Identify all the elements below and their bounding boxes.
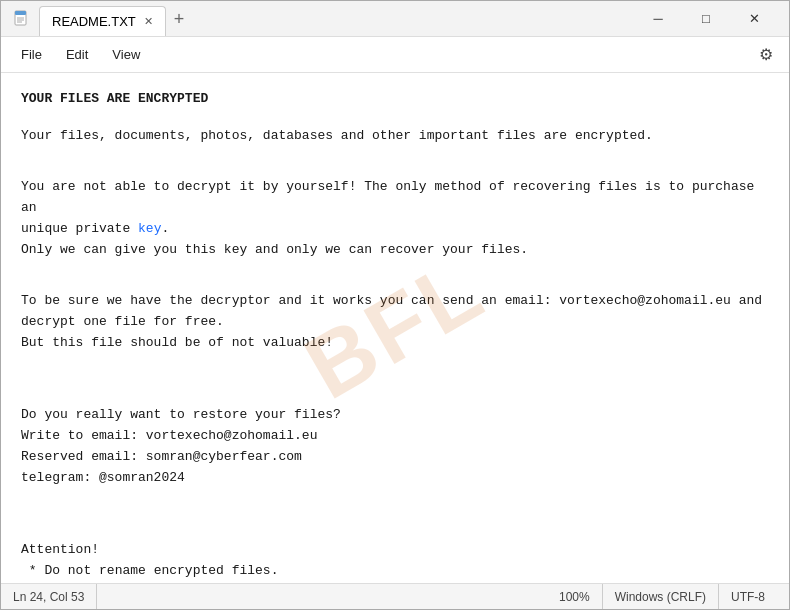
statusbar: Ln 24, Col 53 100% Windows (CRLF) UTF-8 [1, 583, 789, 609]
heading: YOUR FILES ARE ENCRYPTED [21, 89, 769, 110]
text-content[interactable]: BFL YOUR FILES ARE ENCRYPTED Your files,… [1, 73, 789, 583]
maximize-button[interactable]: □ [683, 3, 729, 35]
new-tab-button[interactable]: + [166, 10, 193, 28]
settings-icon[interactable]: ⚙ [751, 41, 781, 68]
paragraph-1: Your files, documents, photos, databases… [21, 126, 769, 147]
window-controls: ─ □ ✕ [635, 3, 777, 35]
tab-readme[interactable]: README.TXT ✕ [39, 6, 166, 36]
paragraph-5: Attention! * Do not rename encrypted fil… [21, 540, 769, 583]
menu-file[interactable]: File [9, 43, 54, 66]
line-ending: Windows (CRLF) [603, 584, 719, 609]
menu-edit[interactable]: Edit [54, 43, 100, 66]
svg-rect-1 [15, 11, 26, 15]
paragraph-2: You are not able to decrypt it by yourse… [21, 177, 769, 260]
zoom-level: 100% [547, 584, 603, 609]
app-icon [13, 10, 31, 28]
minimize-button[interactable]: ─ [635, 3, 681, 35]
tab-area: README.TXT ✕ + [39, 2, 635, 36]
paragraph-3: To be sure we have the decryptor and it … [21, 291, 769, 353]
titlebar: README.TXT ✕ + ─ □ ✕ [1, 1, 789, 37]
key-highlight: key [138, 221, 161, 236]
paragraph-4: Do you really want to restore your files… [21, 405, 769, 488]
close-button[interactable]: ✕ [731, 3, 777, 35]
tab-label: README.TXT [52, 14, 136, 29]
tab-close-icon[interactable]: ✕ [144, 16, 153, 27]
encoding: UTF-8 [719, 584, 777, 609]
menubar: File Edit View ⚙ [1, 37, 789, 73]
menu-view[interactable]: View [100, 43, 152, 66]
main-window: README.TXT ✕ + ─ □ ✕ File Edit View ⚙ BF… [0, 0, 790, 610]
cursor-position: Ln 24, Col 53 [13, 584, 97, 609]
